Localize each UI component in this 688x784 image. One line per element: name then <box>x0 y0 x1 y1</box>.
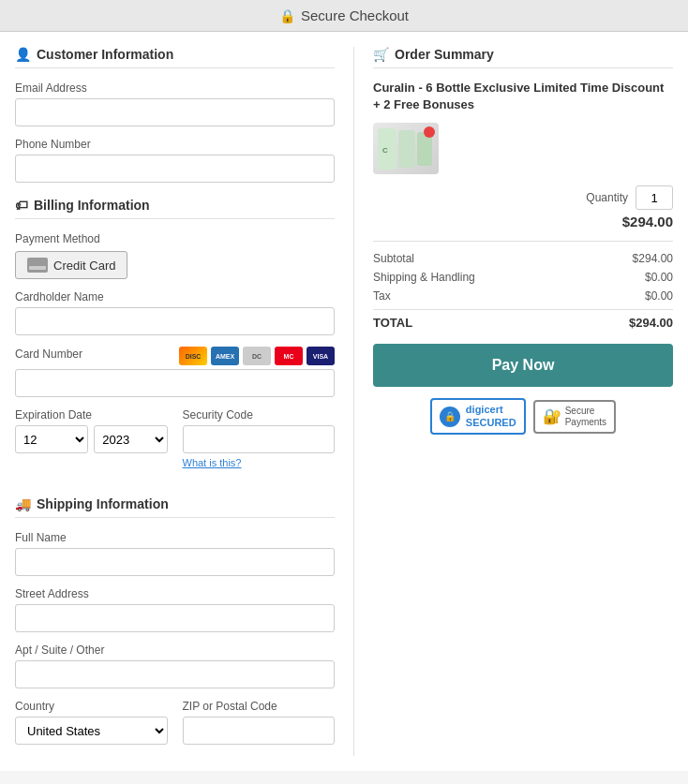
quantity-label: Quantity <box>586 191 628 204</box>
shipping-label: Shipping & Handling <box>373 271 475 284</box>
svg-rect-2 <box>417 132 432 166</box>
cvv-group: Security Code What is this? <box>183 408 336 468</box>
cardholder-name-input[interactable] <box>15 307 335 335</box>
tax-label: Tax <box>373 289 391 303</box>
card-icon <box>27 258 48 273</box>
truck-icon: 🚚 <box>15 496 31 511</box>
person-icon: 👤 <box>15 47 31 62</box>
billing-info-label: Billing Information <box>34 198 150 213</box>
secure-payments-icon: 🔐 <box>543 407 561 425</box>
discover-logo: DISC <box>179 347 207 365</box>
billing-info-section-title: 🏷 Billing Information <box>15 198 335 219</box>
digicert-text-line2: SECURED <box>466 417 516 428</box>
expiry-cvv-row: Expiration Date 01 02 03 04 05 06 07 08 … <box>15 408 335 480</box>
quantity-row: Quantity <box>373 185 673 210</box>
full-name-input[interactable] <box>15 548 335 576</box>
customer-info-label: Customer Information <box>37 47 173 62</box>
svg-rect-1 <box>398 130 415 168</box>
order-summary-label: Order Summary <box>395 47 494 62</box>
subtotal-label: Subtotal <box>373 252 414 265</box>
what-is-this-link[interactable]: What is this? <box>183 457 336 468</box>
left-panel: 👤 Customer Information Email Address Pho… <box>15 47 354 756</box>
digicert-badge: 🔒 digicert SECURED <box>430 398 526 434</box>
quantity-input[interactable] <box>636 185 673 210</box>
cardholder-name-label: Cardholder Name <box>15 290 335 303</box>
cart-icon: 🛒 <box>373 47 389 62</box>
country-group: Country United States Canada United King… <box>15 700 168 745</box>
cardholder-name-field-group: Cardholder Name <box>15 290 335 335</box>
billing-section: 🏷 Billing Information Payment Method Cre… <box>15 198 335 480</box>
zip-input[interactable] <box>183 717 336 745</box>
zip-label: ZIP or Postal Code <box>183 700 336 713</box>
price-total: $294.00 <box>373 214 673 229</box>
shipping-info-label: Shipping Information <box>37 496 169 511</box>
right-panel: 🛒 Order Summary Curalin - 6 Bottle Exclu… <box>354 47 673 756</box>
security-code-input[interactable] <box>183 425 336 453</box>
shipping-info-section-title: 🚚 Shipping Information <box>15 496 335 518</box>
country-select[interactable]: United States Canada United Kingdom Aust… <box>15 717 168 745</box>
amex-logo: AMEX <box>211 347 239 365</box>
expiry-selects: 01 02 03 04 05 06 07 08 09 10 11 12 <box>15 425 168 453</box>
apt-label: Apt / Suite / Other <box>15 643 335 657</box>
lock-icon: 🔒 <box>279 8 295 23</box>
tax-value: $0.00 <box>645 289 673 303</box>
diners-logo: DC <box>243 347 271 365</box>
street-address-label: Street Address <box>15 587 335 600</box>
shipping-value: $0.00 <box>645 271 673 284</box>
order-lines: Subtotal $294.00 Shipping & Handling $0.… <box>373 241 673 333</box>
card-number-input[interactable] <box>15 369 335 397</box>
expiry-group: Expiration Date 01 02 03 04 05 06 07 08 … <box>15 408 168 453</box>
tag-icon: 🏷 <box>15 198 28 213</box>
trust-badges: 🔒 digicert SECURED 🔐 SecurePayments <box>373 398 673 434</box>
pay-now-button[interactable]: Pay Now <box>373 344 673 387</box>
subtotal-value: $294.00 <box>633 252 673 265</box>
product-image: C <box>373 123 439 174</box>
email-field-group: Email Address <box>15 81 335 126</box>
secure-checkout-bar: 🔒 Secure Checkout <box>0 0 688 32</box>
shipping-section: 🚚 Shipping Information Full Name Street … <box>15 496 335 756</box>
street-address-input[interactable] <box>15 604 335 632</box>
mastercard-logo: MC <box>275 347 303 365</box>
customer-info-section-title: 👤 Customer Information <box>15 47 335 68</box>
full-name-field-group: Full Name <box>15 531 335 576</box>
total-value: $294.00 <box>629 316 673 330</box>
phone-input[interactable] <box>15 155 335 183</box>
apt-input[interactable] <box>15 660 335 688</box>
phone-label: Phone Number <box>15 138 335 151</box>
email-label: Email Address <box>15 81 335 95</box>
credit-card-label: Credit Card <box>53 259 115 273</box>
expiry-year-select[interactable]: 2023 2024 2025 2026 2027 2028 <box>94 425 167 453</box>
expiry-month-select[interactable]: 01 02 03 04 05 06 07 08 09 10 11 12 <box>15 425 88 453</box>
apt-field-group: Apt / Suite / Other <box>15 643 335 688</box>
digicert-text-line1: digicert <box>466 404 503 415</box>
total-line: TOTAL $294.00 <box>373 309 673 333</box>
street-address-field-group: Street Address <box>15 587 335 632</box>
digicert-icon: 🔒 <box>440 407 460 427</box>
card-number-field-group: Card Number DISC AMEX DC MC VISA <box>15 347 335 397</box>
card-logos: DISC AMEX DC MC VISA <box>179 347 335 365</box>
tax-line: Tax $0.00 <box>373 287 673 305</box>
full-name-label: Full Name <box>15 531 335 544</box>
order-summary-title: 🛒 Order Summary <box>373 47 673 68</box>
product-title: Curalin - 6 Bottle Exclusive Limited Tim… <box>373 80 673 113</box>
credit-card-button[interactable]: Credit Card <box>15 251 127 279</box>
main-container: 👤 Customer Information Email Address Pho… <box>0 32 688 771</box>
country-zip-row: Country United States Canada United King… <box>15 700 335 756</box>
security-code-label: Security Code <box>183 408 336 422</box>
card-number-label: Card Number <box>15 348 82 361</box>
secure-checkout-label: Secure Checkout <box>301 7 409 23</box>
total-label: TOTAL <box>373 316 412 330</box>
shipping-line: Shipping & Handling $0.00 <box>373 268 673 287</box>
visa-logo: VISA <box>307 347 335 365</box>
subtotal-line: Subtotal $294.00 <box>373 249 673 268</box>
expiry-label: Expiration Date <box>15 408 168 422</box>
svg-text:C: C <box>382 146 388 155</box>
email-input[interactable] <box>15 98 335 126</box>
phone-field-group: Phone Number <box>15 138 335 183</box>
country-label: Country <box>15 700 168 713</box>
secure-payments-text: SecurePayments <box>565 406 606 428</box>
payment-method-label: Payment Method <box>15 232 335 245</box>
secure-payments-badge: 🔐 SecurePayments <box>533 400 616 434</box>
zip-group: ZIP or Postal Code <box>183 700 336 745</box>
digicert-text: digicert SECURED <box>466 404 516 428</box>
